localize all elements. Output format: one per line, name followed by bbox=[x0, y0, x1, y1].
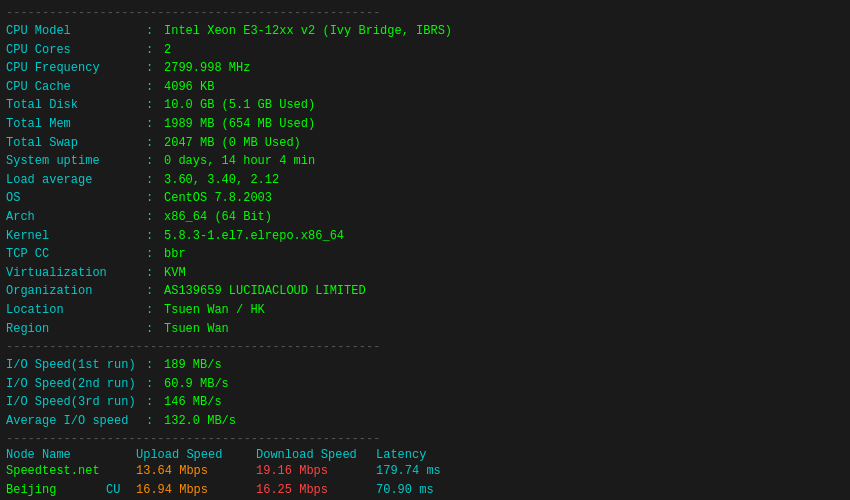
sysinfo-label: Arch bbox=[6, 208, 146, 227]
sysinfo-section: CPU Model : Intel Xeon E3-12xx v2 (Ivy B… bbox=[6, 22, 844, 338]
sysinfo-value: bbr bbox=[164, 245, 186, 264]
sysinfo-colon: : bbox=[146, 115, 164, 134]
sysinfo-row: Region : Tsuen Wan bbox=[6, 320, 844, 339]
sysinfo-colon: : bbox=[146, 227, 164, 246]
sysinfo-value: CentOS 7.8.2003 bbox=[164, 189, 272, 208]
sysinfo-colon: : bbox=[146, 301, 164, 320]
net-node-code: CU bbox=[106, 481, 136, 500]
io-row: I/O Speed(1st run) : 189 MB/s bbox=[6, 356, 844, 375]
sysinfo-row: Location : Tsuen Wan / HK bbox=[6, 301, 844, 320]
sysinfo-label: OS bbox=[6, 189, 146, 208]
net-data-row: BeijingCU16.94 Mbps16.25 Mbps70.90 ms bbox=[6, 481, 844, 500]
sysinfo-row: CPU Cache : 4096 KB bbox=[6, 78, 844, 97]
sysinfo-row: CPU Model : Intel Xeon E3-12xx v2 (Ivy B… bbox=[6, 22, 844, 41]
sysinfo-value: x86_64 (64 Bit) bbox=[164, 208, 272, 227]
sysinfo-value: 1989 MB (654 MB Used) bbox=[164, 115, 315, 134]
io-value: 189 MB/s bbox=[164, 356, 222, 375]
sysinfo-value: 0 days, 14 hour 4 min bbox=[164, 152, 315, 171]
sysinfo-colon: : bbox=[146, 189, 164, 208]
net-column-header: Upload Speed bbox=[136, 448, 256, 462]
io-row: I/O Speed(2nd run) : 60.9 MB/s bbox=[6, 375, 844, 394]
network-section: Node NameUpload SpeedDownload SpeedLaten… bbox=[6, 448, 844, 500]
io-label: Average I/O speed bbox=[6, 412, 146, 431]
sysinfo-colon: : bbox=[146, 134, 164, 153]
sysinfo-label: TCP CC bbox=[6, 245, 146, 264]
sysinfo-colon: : bbox=[146, 320, 164, 339]
net-upload-speed: 13.64 Mbps bbox=[136, 462, 256, 481]
net-latency: 70.90 ms bbox=[376, 481, 844, 500]
sysinfo-label: CPU Model bbox=[6, 22, 146, 41]
net-header-row: Node NameUpload SpeedDownload SpeedLaten… bbox=[6, 448, 844, 462]
sysinfo-value: Tsuen Wan bbox=[164, 320, 229, 339]
io-row: I/O Speed(3rd run) : 146 MB/s bbox=[6, 393, 844, 412]
net-column-header: Download Speed bbox=[256, 448, 376, 462]
sysinfo-colon: : bbox=[146, 282, 164, 301]
sysinfo-value: KVM bbox=[164, 264, 186, 283]
net-latency: 179.74 ms bbox=[376, 462, 844, 481]
net-node-code bbox=[106, 462, 136, 481]
sysinfo-label: Total Mem bbox=[6, 115, 146, 134]
io-value: 132.0 MB/s bbox=[164, 412, 236, 431]
sysinfo-row: System uptime : 0 days, 14 hour 4 min bbox=[6, 152, 844, 171]
sysinfo-value: Intel Xeon E3-12xx v2 (Ivy Bridge, IBRS) bbox=[164, 22, 452, 41]
sysinfo-label: Load average bbox=[6, 171, 146, 190]
io-colon: : bbox=[146, 356, 164, 375]
sysinfo-row: TCP CC : bbr bbox=[6, 245, 844, 264]
sysinfo-label: Location bbox=[6, 301, 146, 320]
net-data-row: Speedtest.net13.64 Mbps19.16 Mbps179.74 … bbox=[6, 462, 844, 481]
io-label: I/O Speed(2nd run) bbox=[6, 375, 146, 394]
sysinfo-colon: : bbox=[146, 59, 164, 78]
net-download-speed: 19.16 Mbps bbox=[256, 462, 376, 481]
sysinfo-label: CPU Frequency bbox=[6, 59, 146, 78]
sysinfo-row: Virtualization : KVM bbox=[6, 264, 844, 283]
sysinfo-colon: : bbox=[146, 78, 164, 97]
net-download-speed: 16.25 Mbps bbox=[256, 481, 376, 500]
sysinfo-label: Organization bbox=[6, 282, 146, 301]
io-label: I/O Speed(3rd run) bbox=[6, 393, 146, 412]
divider-io: ----------------------------------------… bbox=[6, 340, 844, 354]
net-upload-speed: 16.94 Mbps bbox=[136, 481, 256, 500]
io-colon: : bbox=[146, 375, 164, 394]
sysinfo-label: CPU Cores bbox=[6, 41, 146, 60]
sysinfo-colon: : bbox=[146, 22, 164, 41]
sysinfo-label: Total Disk bbox=[6, 96, 146, 115]
sysinfo-colon: : bbox=[146, 245, 164, 264]
net-column-header: Latency bbox=[376, 448, 844, 462]
sysinfo-row: Total Mem : 1989 MB (654 MB Used) bbox=[6, 115, 844, 134]
sysinfo-row: Organization : AS139659 LUCIDACLOUD LIMI… bbox=[6, 282, 844, 301]
sysinfo-value: 10.0 GB (5.1 GB Used) bbox=[164, 96, 315, 115]
sysinfo-row: OS : CentOS 7.8.2003 bbox=[6, 189, 844, 208]
io-section: I/O Speed(1st run) : 189 MB/s I/O Speed(… bbox=[6, 356, 844, 430]
io-value: 146 MB/s bbox=[164, 393, 222, 412]
sysinfo-value: 4096 KB bbox=[164, 78, 214, 97]
sysinfo-colon: : bbox=[146, 152, 164, 171]
io-value: 60.9 MB/s bbox=[164, 375, 229, 394]
sysinfo-colon: : bbox=[146, 208, 164, 227]
sysinfo-row: Total Swap : 2047 MB (0 MB Used) bbox=[6, 134, 844, 153]
net-node-name: Beijing bbox=[6, 481, 106, 500]
divider-net: ----------------------------------------… bbox=[6, 432, 844, 446]
sysinfo-value: 5.8.3-1.el7.elrepo.x86_64 bbox=[164, 227, 344, 246]
net-column-header: Node Name bbox=[6, 448, 106, 462]
sysinfo-value: AS139659 LUCIDACLOUD LIMITED bbox=[164, 282, 366, 301]
sysinfo-row: Arch : x86_64 (64 Bit) bbox=[6, 208, 844, 227]
sysinfo-row: Load average : 3.60, 3.40, 2.12 bbox=[6, 171, 844, 190]
sysinfo-label: System uptime bbox=[6, 152, 146, 171]
io-label: I/O Speed(1st run) bbox=[6, 356, 146, 375]
divider-top: ----------------------------------------… bbox=[6, 6, 844, 20]
net-column-header bbox=[106, 448, 136, 462]
sysinfo-row: CPU Cores : 2 bbox=[6, 41, 844, 60]
sysinfo-value: 3.60, 3.40, 2.12 bbox=[164, 171, 279, 190]
sysinfo-label: CPU Cache bbox=[6, 78, 146, 97]
io-colon: : bbox=[146, 393, 164, 412]
sysinfo-value: 2047 MB (0 MB Used) bbox=[164, 134, 301, 153]
sysinfo-row: Total Disk : 10.0 GB (5.1 GB Used) bbox=[6, 96, 844, 115]
sysinfo-colon: : bbox=[146, 264, 164, 283]
io-row: Average I/O speed : 132.0 MB/s bbox=[6, 412, 844, 431]
sysinfo-value: 2 bbox=[164, 41, 171, 60]
sysinfo-row: CPU Frequency : 2799.998 MHz bbox=[6, 59, 844, 78]
sysinfo-label: Region bbox=[6, 320, 146, 339]
sysinfo-label: Total Swap bbox=[6, 134, 146, 153]
sysinfo-value: 2799.998 MHz bbox=[164, 59, 250, 78]
sysinfo-value: Tsuen Wan / HK bbox=[164, 301, 265, 320]
